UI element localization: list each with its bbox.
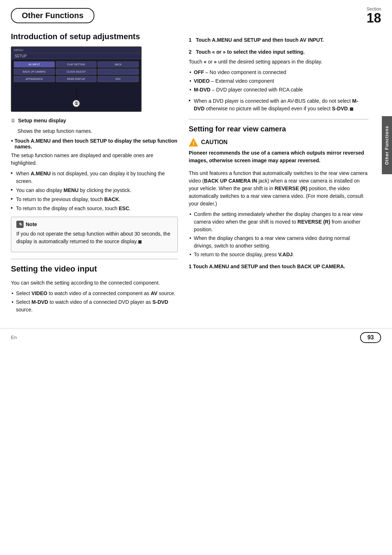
page-number-badge: 93 <box>360 332 381 343</box>
list-item: When the display changes to a rear view … <box>189 234 368 250</box>
intro-section: Introduction of setup adjustments MENU S… <box>11 32 178 252</box>
rear-display-btn: REAR DISPLAY <box>56 76 97 82</box>
note-box: ✎ Note If you do not operate the setup f… <box>11 217 178 252</box>
dot-heading-text: Touch A.MENU and then touch SETUP to dis… <box>15 138 178 150</box>
caution-box: ! CAUTION Pioneer recommends the use of … <box>189 138 368 164</box>
note-label: Note <box>26 221 37 227</box>
setup-menu-bar: MENU <box>12 47 141 53</box>
main-content: Introduction of setup adjustments MENU S… <box>0 28 392 321</box>
section-title-badge: Other Functions <box>11 8 94 23</box>
list-item: When a DVD player is connected with an A… <box>189 97 368 113</box>
list-item: You can also display MENU by clicking th… <box>11 187 178 194</box>
stop-symbol <box>350 107 353 111</box>
caution-icon: ! <box>189 138 198 147</box>
list-item: Confirm the setting immediately whether … <box>189 211 368 233</box>
esc-btn: ESC <box>98 76 139 82</box>
section-title-text: Other Functions <box>22 11 83 20</box>
back-btn-top: BACK <box>98 61 139 68</box>
section-number-area: Section 18 <box>367 7 381 25</box>
callout-line <box>76 89 77 99</box>
appearance-btn: APPEARANCE <box>14 76 55 82</box>
rear-camera-section: Setting for rear view camera ! CAUTION P… <box>189 125 368 270</box>
video-input-section: Setting the video input You can switch t… <box>11 264 178 313</box>
rear-camera-body: This unit features a function that autom… <box>189 170 368 208</box>
setup-bullet-list: When A.MENU is not displayed, you can di… <box>11 170 178 212</box>
caution-body: Pioneer recommends the use of a camera w… <box>189 149 368 164</box>
video-step2-intro: Touch « or » until the desired setting a… <box>189 58 368 66</box>
video-bullets: Select VIDEO to watch video of a connect… <box>11 290 178 314</box>
dot-heading-touch: Touch A.MENU and then touch SETUP to dis… <box>11 138 178 150</box>
video-step2: 2 Touch « or » to select the video input… <box>189 48 368 56</box>
video-note-bullets: When a DVD player is connected with an A… <box>189 97 368 113</box>
flap-setting-btn: FLAP SETTING <box>56 61 97 68</box>
callout-desc-body: Shows the setup function names. <box>11 127 178 135</box>
setup-intro-body: The setup function names are displayed a… <box>11 152 178 167</box>
footer-lang: En <box>11 335 17 340</box>
list-item: When A.MENU is not displayed, you can di… <box>11 170 178 185</box>
menu-label: MENU <box>14 48 24 52</box>
rear-camera-bullets: Confirm the setting immediately whether … <box>189 211 368 258</box>
section-divider <box>11 259 178 259</box>
av-input-btn: AV INPUT <box>14 61 55 68</box>
video-input-title: Setting the video input <box>11 264 178 274</box>
setup-grid: AV INPUT FLAP SETTING BACK BACK UP CAMER… <box>12 59 141 84</box>
caution-header: ! CAUTION <box>189 138 368 147</box>
setup-screen-image: MENU SETUP AV INPUT FLAP SETTING BACK BA… <box>11 46 142 112</box>
backup-camera-btn: BACK UP CAMERA <box>14 69 55 75</box>
video-intro: You can switch the setting according to … <box>11 279 178 287</box>
svg-text:!: ! <box>193 140 195 146</box>
caution-label: CAUTION <box>201 139 228 146</box>
callout-desc-heading: ① Setup menu display <box>11 117 178 125</box>
intro-title: Introduction of setup adjustments <box>11 32 178 41</box>
list-item: To return to the source display, press V… <box>189 251 368 258</box>
side-label: Other Functions <box>382 116 392 174</box>
list-item: To return to the previous display, touch… <box>11 196 178 203</box>
video-setting-bullets: OFF – No video component is connected VI… <box>189 69 368 94</box>
list-item: Select M-DVD to watch video of a connect… <box>11 298 178 314</box>
stop-symbol <box>138 240 142 244</box>
page-footer: En 93 <box>0 328 392 347</box>
empty-btn <box>98 69 139 75</box>
setup-label: SETUP <box>15 54 26 58</box>
list-item: VIDEO – External video component <box>189 77 368 85</box>
note-header: ✎ Note <box>16 221 172 228</box>
video-step1: 1 Touch A.MENU and SETUP and then touch … <box>189 36 368 44</box>
list-item: To return to the display of each source,… <box>11 205 178 212</box>
clock-adjust-btn: CLOCK ADJUST <box>56 69 97 75</box>
left-column: Introduction of setup adjustments MENU S… <box>11 32 178 317</box>
list-item: Select VIDEO to watch video of a connect… <box>11 290 178 297</box>
right-column: 1 Touch A.MENU and SETUP and then touch … <box>189 32 381 317</box>
list-item: M-DVD – DVD player connected with RCA ca… <box>189 86 368 94</box>
note-body: If you do not operate the setup function… <box>16 230 172 245</box>
rear-camera-step1: 1 Touch A.MENU and SETUP and then touch … <box>189 263 368 270</box>
section-number: 18 <box>367 12 381 25</box>
section-divider-2 <box>189 119 368 119</box>
list-item: OFF – No video component is connected <box>189 69 368 76</box>
page-header: Other Functions Section 18 <box>0 0 392 25</box>
callout-number: ① <box>72 99 80 107</box>
rear-camera-title: Setting for rear view camera <box>189 125 368 133</box>
note-icon: ✎ <box>16 221 24 228</box>
